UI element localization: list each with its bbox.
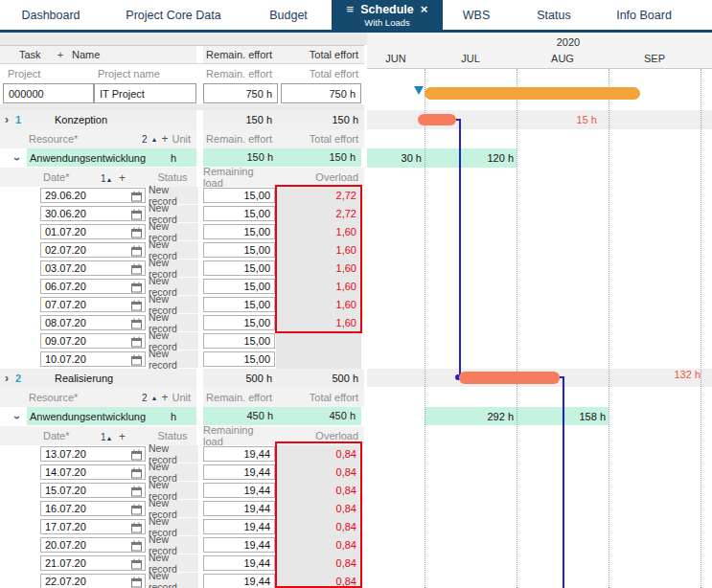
project-summary-bar[interactable]	[425, 87, 640, 100]
task1-gantt-bar[interactable]	[418, 114, 456, 125]
tab[interactable]: Project Core Data	[102, 0, 245, 30]
date-col-label[interactable]: Date*	[43, 171, 70, 183]
sort-ascending-icon[interactable]: ▲	[150, 395, 157, 401]
date-field[interactable]: 15.07.20	[40, 483, 146, 498]
tab[interactable]: Info Board	[598, 0, 690, 30]
unit-col-label[interactable]: Unit	[172, 392, 191, 403]
date-field[interactable]: 01.07.20	[40, 224, 146, 239]
unit-col-label[interactable]: Unit	[172, 133, 191, 145]
date-field[interactable]: 13.07.20	[40, 446, 146, 462]
date-field[interactable]: 22.07.20	[40, 574, 146, 588]
collapse-chevron-icon[interactable]: ›	[11, 416, 24, 419]
date-field[interactable]: 21.07.20	[40, 555, 146, 571]
date-field[interactable]: 06.07.20	[40, 279, 146, 294]
remaining-load-field[interactable]: 15,00	[203, 297, 275, 312]
remaining-load-field[interactable]: 15,00	[203, 224, 275, 239]
task2-gantt-bar[interactable]	[459, 372, 560, 384]
remaining-load-field[interactable]: 19,44	[203, 501, 275, 516]
resource-col-label[interactable]: Resource*	[29, 133, 78, 145]
remaining-load-field[interactable]: 15,00	[203, 333, 275, 349]
project-remain-field[interactable]: 750 h	[203, 83, 278, 103]
calendar-icon[interactable]	[131, 263, 142, 275]
status-cell[interactable]: New record	[149, 351, 198, 368]
add-resource-button[interactable]: +	[161, 132, 168, 146]
add-date-button[interactable]: +	[119, 430, 126, 443]
calendar-icon[interactable]	[131, 209, 142, 220]
expand-chevron-icon[interactable]: ›	[5, 115, 9, 124]
remaining-load-field[interactable]: 19,44	[203, 483, 275, 498]
remaining-load-field[interactable]: 19,44	[203, 555, 275, 571]
calendar-icon[interactable]	[131, 449, 142, 461]
remaining-load-field[interactable]: 15,00	[203, 351, 275, 367]
date-field[interactable]: 16.07.20	[40, 501, 146, 516]
calendar-icon[interactable]	[131, 522, 142, 533]
remaining-load-field[interactable]: 15,00	[203, 315, 275, 330]
task-row-konzeption[interactable]: › 1 Konzeption 150 h 150 h	[0, 110, 364, 129]
date-field[interactable]: 08.07.20	[40, 315, 146, 330]
remaining-load-field[interactable]: 19,44	[203, 464, 275, 480]
remaining-load-field[interactable]: 19,44	[203, 519, 275, 534]
date-field[interactable]: 14.07.20	[40, 464, 146, 480]
calendar-icon[interactable]	[131, 354, 142, 366]
sort-ascending-icon[interactable]: ▲	[150, 136, 157, 143]
calendar-icon[interactable]	[131, 467, 142, 479]
date-field[interactable]: 09.07.20	[40, 333, 146, 349]
resource-row[interactable]: › Anwendungsentwicklung h 150 h 150 h	[0, 148, 364, 168]
col-header-task[interactable]: Task	[19, 49, 41, 60]
resource-row[interactable]: › Anwendungsentwicklung h 450 h 450 h	[0, 407, 364, 426]
calendar-icon[interactable]	[131, 540, 142, 552]
remaining-load-field[interactable]: 15,00	[203, 206, 275, 221]
project-name-field[interactable]: IT Project	[94, 83, 196, 103]
calendar-icon[interactable]	[131, 300, 142, 311]
sort-ascending-icon[interactable]: ▲	[106, 176, 113, 183]
tab[interactable]: WBS	[443, 0, 510, 30]
calendar-icon[interactable]	[131, 282, 142, 293]
calendar-icon[interactable]	[131, 227, 142, 238]
remaining-load-field[interactable]: 19,44	[203, 446, 275, 462]
add-resource-button[interactable]: +	[161, 391, 168, 404]
remaining-load-field[interactable]: 15,00	[203, 242, 275, 258]
tab-schedule-active[interactable]: ≡ Schedule × With Loads	[332, 0, 443, 30]
calendar-icon[interactable]	[131, 486, 142, 497]
date-field[interactable]: 29.06.20	[40, 188, 146, 203]
tab[interactable]: Budget	[245, 0, 332, 30]
add-task-button[interactable]: +	[57, 49, 63, 60]
remaining-load-field[interactable]: 19,44	[203, 537, 275, 553]
project-total-field[interactable]: 750 h	[281, 83, 361, 103]
calendar-icon[interactable]	[131, 336, 142, 348]
status-cell[interactable]: New record	[149, 573, 198, 588]
calendar-icon[interactable]	[131, 577, 142, 588]
calendar-icon[interactable]	[131, 191, 142, 202]
calendar-icon[interactable]	[131, 558, 142, 570]
project-id-field[interactable]: 000000	[3, 83, 94, 103]
date-field[interactable]: 20.07.20	[40, 537, 146, 553]
tab[interactable]: Dashboard	[0, 0, 102, 30]
calendar-icon[interactable]	[131, 245, 142, 257]
remaining-load-field[interactable]: 15,00	[203, 188, 275, 203]
collapse-chevron-icon[interactable]: ›	[11, 157, 24, 161]
date-col-label[interactable]: Date*	[43, 430, 70, 441]
expand-chevron-icon[interactable]: ›	[5, 373, 9, 383]
date-field[interactable]: 10.07.20	[40, 351, 146, 367]
calendar-icon[interactable]	[131, 504, 142, 515]
task-row-realisierung[interactable]: › 2 Realisierung 500 h 500 h	[0, 369, 364, 388]
hamburger-icon[interactable]: ≡	[347, 2, 355, 16]
remaining-load-field[interactable]: 15,00	[203, 260, 275, 276]
date-field[interactable]: 07.07.20	[40, 297, 146, 312]
col-header-name[interactable]: Name	[72, 49, 100, 60]
sort-order-number[interactable]: 2	[142, 393, 148, 403]
resource-col-label[interactable]: Resource*	[29, 392, 78, 403]
sort-ascending-icon[interactable]: ▲	[106, 435, 113, 441]
col-header-remain[interactable]: Remain. effort	[206, 49, 272, 60]
add-date-button[interactable]: +	[119, 171, 126, 185]
sort-order-number[interactable]: 2	[142, 134, 148, 145]
date-field[interactable]: 02.07.20	[40, 242, 146, 258]
close-icon[interactable]: ×	[421, 2, 428, 16]
remaining-load-field[interactable]: 15,00	[203, 279, 275, 294]
tab[interactable]: Status	[510, 0, 598, 30]
date-field[interactable]: 30.06.20	[40, 206, 146, 221]
date-field[interactable]: 03.07.20	[40, 260, 146, 276]
remaining-load-field[interactable]: 19,44	[203, 574, 275, 588]
date-field[interactable]: 17.07.20	[40, 519, 146, 534]
col-header-total[interactable]: Total effort	[310, 49, 358, 60]
